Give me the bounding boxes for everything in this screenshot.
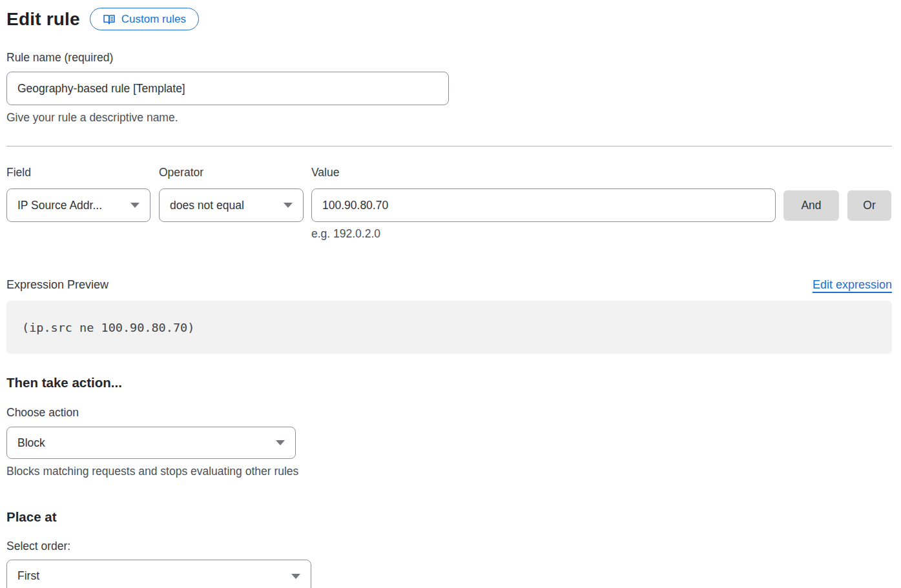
custom-rules-button-label: Custom rules (121, 13, 186, 26)
action-helper: Blocks matching requests and stops evalu… (6, 465, 892, 478)
edit-expression-link[interactable]: Edit expression (813, 278, 892, 292)
placement-section: Place at Select order: First (6, 509, 892, 588)
rule-name-helper: Give your rule a descriptive name. (6, 111, 892, 125)
section-divider (6, 146, 892, 147)
choose-action-label: Choose action (6, 406, 892, 419)
value-input[interactable] (311, 188, 776, 222)
page-header: Edit rule Custom rules (6, 8, 892, 30)
place-at-heading: Place at (6, 509, 892, 525)
order-select[interactable]: First (6, 560, 311, 588)
expression-header: Expression Preview Edit expression (6, 278, 892, 292)
expression-code: (ip.src ne 100.90.80.70) (22, 321, 194, 334)
operator-select[interactable]: does not equal (159, 188, 304, 222)
action-select-value: Block (17, 436, 45, 450)
action-select[interactable]: Block (6, 427, 296, 459)
custom-rules-button[interactable]: Custom rules (90, 8, 199, 30)
rule-name-label: Rule name (required) (6, 51, 892, 64)
value-column: Value e.g. 192.0.2.0 (311, 166, 776, 241)
logic-buttons: And Or (783, 166, 891, 221)
or-button[interactable]: Or (847, 190, 891, 221)
select-order-label: Select order: (6, 540, 892, 553)
operator-column: Operator does not equal (159, 166, 304, 222)
expression-preview-label: Expression Preview (6, 278, 109, 292)
page-title: Edit rule (6, 9, 80, 30)
edit-rule-page: Edit rule Custom rules Rule name (requir… (0, 0, 901, 588)
condition-row: Field IP Source Addr... Operator does no… (6, 166, 892, 241)
order-select-value: First (17, 569, 39, 583)
book-open-icon (103, 13, 116, 26)
field-select-value: IP Source Addr... (17, 199, 102, 212)
chevron-down-icon (130, 203, 140, 208)
expression-preview-box: (ip.src ne 100.90.80.70) (6, 301, 892, 354)
chevron-down-icon (276, 440, 285, 445)
rule-name-input[interactable] (6, 72, 449, 105)
and-button[interactable]: And (783, 190, 839, 221)
field-label: Field (6, 166, 150, 179)
field-select[interactable]: IP Source Addr... (6, 188, 150, 222)
page-content: Edit rule Custom rules Rule name (requir… (6, 8, 892, 588)
action-section: Then take action... Choose action Block … (6, 375, 892, 478)
chevron-down-icon (291, 574, 300, 579)
field-column: Field IP Source Addr... (6, 166, 150, 222)
action-heading: Then take action... (6, 375, 892, 390)
rule-name-section: Rule name (required) Give your rule a de… (6, 51, 892, 125)
value-helper: e.g. 192.0.2.0 (311, 227, 776, 241)
operator-label: Operator (159, 166, 304, 179)
operator-select-value: does not equal (170, 199, 244, 212)
chevron-down-icon (284, 203, 293, 208)
value-label: Value (311, 166, 776, 179)
